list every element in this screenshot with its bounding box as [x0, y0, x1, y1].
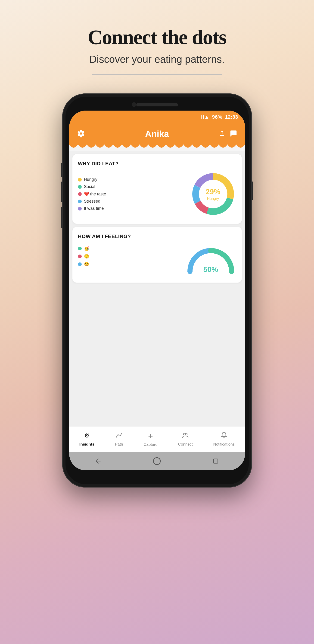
app-header: Anika: [69, 124, 245, 144]
feeling-card: HOW AM I FEELING? 🥳 🙂: [72, 227, 242, 282]
subheadline: Discover your eating patterns.: [89, 54, 225, 65]
back-button[interactable]: [93, 456, 103, 466]
legend-hungry: Hungry: [78, 177, 188, 182]
donut-percent: 29%: [205, 188, 220, 196]
app-title: Anika: [145, 129, 169, 139]
notifications-label: Notifications: [213, 442, 235, 447]
volume-up-button: [61, 182, 62, 202]
time-display: 12:33: [225, 114, 238, 120]
donut-chart: 29% Hungry: [190, 171, 236, 217]
feeling-row-3: 😆: [78, 262, 183, 267]
speaker: [136, 103, 178, 106]
settings-button[interactable]: [77, 130, 85, 138]
feeling-emoji-2: 🙂: [84, 254, 89, 259]
scallop-bar: [69, 144, 245, 151]
recents-square-icon: [212, 458, 219, 464]
card2-title: HOW AM I FEELING?: [78, 234, 236, 240]
insights-svg: [83, 432, 90, 439]
why-eat-card: WHY DID I EAT? Hungry Social: [72, 154, 242, 224]
feeling-dot-1: [78, 247, 82, 250]
semi-percent: 50%: [203, 265, 218, 274]
legend-time: It was time: [78, 206, 188, 211]
card1-title: WHY DID I EAT?: [78, 161, 236, 167]
nav-path[interactable]: Path: [115, 432, 123, 447]
hungry-dot: [78, 178, 82, 182]
volume-down-button: [61, 207, 62, 228]
stressed-label: Stressed: [84, 199, 100, 204]
semicircle-chart: 50%: [185, 244, 236, 276]
path-svg: [115, 432, 123, 439]
scallop-svg: [69, 144, 245, 151]
home-circle-icon: [153, 457, 161, 465]
svg-point-11: [87, 433, 87, 434]
time-label: It was time: [84, 206, 104, 211]
nav-capture[interactable]: + Capture: [144, 432, 157, 447]
social-dot: [78, 185, 82, 189]
hungry-label: Hungry: [84, 177, 97, 182]
svg-point-14: [154, 458, 160, 464]
svg-rect-15: [213, 459, 218, 464]
connect-svg: [182, 432, 189, 439]
nav-insights[interactable]: Insights: [79, 432, 94, 447]
headline: Connect the dots: [88, 26, 226, 49]
feeling-legend: 🥳 🙂 😆: [78, 246, 183, 267]
power-button: [252, 182, 253, 200]
feeling-row-2: 🙂: [78, 254, 183, 259]
share-button[interactable]: [219, 130, 226, 138]
stressed-dot: [78, 200, 82, 203]
divider: [92, 74, 222, 75]
taste-label: ❤️ the taste: [84, 192, 106, 196]
battery-indicator: 96%: [212, 114, 222, 120]
mute-button: [61, 163, 62, 177]
chat-button[interactable]: [230, 130, 237, 138]
screen-content: WHY DID I EAT? Hungry Social: [69, 151, 245, 426]
phone-screen: H▲ 96% 12:33 Anika: [69, 110, 245, 470]
nav-connect[interactable]: Connect: [178, 432, 192, 447]
semi-center: 50%: [203, 265, 218, 274]
path-icon: [115, 432, 123, 441]
gear-icon: [77, 130, 85, 138]
legend-social: Social: [78, 184, 188, 189]
chat-icon: [230, 130, 237, 137]
phone-mockup: H▲ 96% 12:33 Anika: [62, 94, 252, 488]
svg-line-8: [88, 434, 89, 434]
status-bar: H▲ 96% 12:33: [69, 110, 245, 124]
android-navbar: [69, 452, 245, 470]
notifications-icon: [220, 432, 228, 441]
feeling-emoji-1: 🥳: [84, 246, 89, 251]
feeling-row-1: 🥳: [78, 246, 183, 251]
time-dot: [78, 207, 82, 210]
feeling-dot-2: [78, 254, 82, 258]
path-label: Path: [115, 442, 123, 447]
svg-line-10: [86, 435, 87, 436]
insights-label: Insights: [79, 442, 94, 447]
svg-line-7: [85, 434, 86, 434]
front-camera: [132, 102, 136, 107]
insights-icon: [83, 432, 90, 441]
donut-center: 29% Hungry: [205, 188, 220, 201]
svg-point-13: [185, 433, 187, 435]
legend-stressed: Stressed: [78, 199, 188, 204]
home-button[interactable]: [152, 456, 162, 466]
notifications-svg: [220, 432, 228, 439]
bottom-navigation: Insights Path: [69, 426, 245, 452]
nav-notifications[interactable]: Notifications: [213, 432, 235, 447]
share-icon: [219, 130, 226, 137]
capture-label: Capture: [144, 442, 157, 447]
taste-dot: [78, 192, 82, 196]
connect-label: Connect: [178, 442, 192, 447]
capture-icon: +: [148, 432, 153, 441]
feeling-dot-3: [78, 262, 82, 266]
feeling-emoji-3: 😆: [84, 262, 89, 267]
legend-taste: ❤️ the taste: [78, 192, 188, 196]
social-label: Social: [84, 184, 95, 189]
recents-button[interactable]: [211, 456, 221, 466]
network-indicator: H▲: [201, 114, 209, 120]
connect-icon: [182, 432, 189, 441]
back-arrow-icon: [95, 458, 102, 464]
donut-label: Hungry: [205, 196, 220, 201]
why-eat-legend: Hungry Social ❤️ the taste: [78, 177, 188, 211]
